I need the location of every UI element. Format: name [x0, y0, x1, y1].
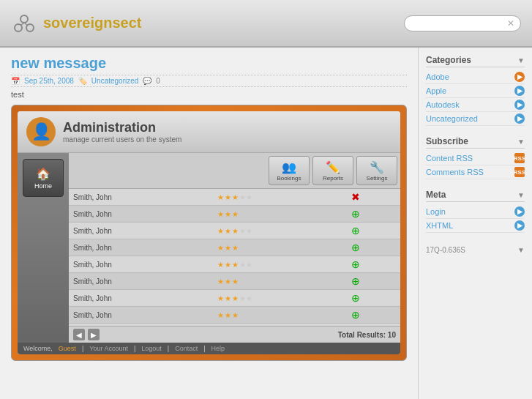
- svg-line-4: [24, 23, 28, 26]
- cell-status: ⊕: [347, 223, 400, 239]
- cell-stars: ★★★★★: [213, 239, 347, 256]
- version-arrow-icon: ▼: [517, 246, 525, 254]
- category-adobe[interactable]: Adobe ▶: [426, 70, 525, 84]
- meta-xhtml-item[interactable]: XHTML ▶: [426, 219, 525, 233]
- close-icon[interactable]: ✕: [507, 18, 514, 29]
- content-rss-link[interactable]: Content RSS: [426, 154, 473, 163]
- category-autodesk[interactable]: Autodesk ▶: [426, 98, 525, 112]
- nav-home-label: Home: [34, 182, 52, 190]
- avatar: 👤: [26, 117, 56, 146]
- cell-name: Smith, John: [69, 307, 213, 324]
- categories-arrow-icon: ▼: [517, 56, 525, 64]
- post-tag-icon: 🏷️: [78, 77, 87, 85]
- svg-line-3: [20, 23, 24, 26]
- category-autodesk-link[interactable]: Autodesk: [426, 100, 460, 109]
- cell-status: ✖: [347, 189, 400, 206]
- logo: sovereignsect: [11, 13, 142, 34]
- right-sidebar: Categories ▼ Adobe ▶ Apple ▶ Autodesk ▶ …: [419, 48, 532, 399]
- version-text: 17Q-0.636S: [426, 246, 465, 254]
- cell-stars: ★★★★★: [213, 273, 347, 290]
- next-page-button[interactable]: ▶: [88, 329, 100, 340]
- admin-table: Smith, John ★★★★★ ✖ Smith, John ★★★★★ ⊕ …: [69, 189, 400, 326]
- category-uncategorized-icon: ▶: [514, 113, 525, 124]
- table-row[interactable]: Smith, John ★★★★★ ⊕: [69, 239, 400, 256]
- logo-text-sovereign: sovereign: [43, 15, 112, 31]
- table-row[interactable]: Smith, John ★★★★★ ⊕: [69, 290, 400, 307]
- categories-section: Categories ▼ Adobe ▶ Apple ▶ Autodesk ▶ …: [426, 55, 525, 126]
- admin-main: 👥 Bookings ✏️ Reports 🔧 Settings: [69, 153, 400, 343]
- subscribe-label: Subscribe: [426, 136, 468, 146]
- nav-home[interactable]: 🏠 Home: [23, 159, 64, 197]
- subscribe-arrow-icon: ▼: [517, 138, 525, 146]
- meta-login-item[interactable]: Login ▶: [426, 205, 525, 219]
- cell-status: ⊕: [347, 256, 400, 273]
- home-icon: 🏠: [36, 167, 50, 181]
- comments-rss-item[interactable]: Comments RSS RSS: [426, 165, 525, 179]
- cell-name: Smith, John: [69, 239, 213, 256]
- your-account-link[interactable]: Your Account: [89, 345, 128, 352]
- search-input[interactable]: [412, 19, 507, 28]
- subscribe-section: Subscribe ▼ Content RSS RSS Comments RSS…: [426, 136, 525, 179]
- settings-icon: 🔧: [370, 160, 384, 174]
- total-results: Total Results: 10: [338, 331, 396, 339]
- category-uncategorized[interactable]: Uncategorized ▶: [426, 112, 525, 126]
- main-layout: new message 📅 Sep 25th, 2008 🏷️ Uncatego…: [0, 48, 532, 399]
- table-row[interactable]: Smith, John ★★★★★ ⊕: [69, 307, 400, 324]
- status-icon: ⊕: [351, 242, 360, 253]
- meta-header: Meta ▼: [426, 190, 525, 202]
- cell-status: ⊕: [347, 307, 400, 324]
- status-icon: ⊕: [351, 292, 360, 304]
- reports-button[interactable]: ✏️ Reports: [312, 156, 353, 185]
- status-icon: ⊕: [351, 208, 360, 220]
- status-icon: ⊕: [351, 275, 360, 287]
- status-icon: ⊕: [351, 309, 360, 321]
- footer-sep2: |: [134, 345, 135, 352]
- search-box[interactable]: ✕: [404, 15, 521, 31]
- table-row[interactable]: Smith, John ★★★★★ ⊕: [69, 256, 400, 273]
- table-row[interactable]: Smith, John ★★★★★ ⊕: [69, 206, 400, 223]
- category-adobe-link[interactable]: Adobe: [426, 72, 449, 81]
- cell-stars: ★★★★★: [213, 206, 347, 223]
- admin-sidebar: 🏠 Home: [18, 153, 69, 343]
- table-row[interactable]: Smith, John ★★★★★ ✖: [69, 189, 400, 206]
- cell-status: ⊕: [347, 239, 400, 256]
- category-autodesk-icon: ▶: [514, 100, 525, 110]
- reports-label: Reports: [323, 175, 343, 182]
- settings-button[interactable]: 🔧 Settings: [356, 156, 397, 185]
- table-row[interactable]: Smith, John ★★★★★ ⊕: [69, 223, 400, 239]
- prev-page-button[interactable]: ◀: [73, 329, 85, 340]
- table-row[interactable]: Smith, John ★★★★★ ⊕: [69, 273, 400, 290]
- admin-inner: 👤 Administration manage current users on…: [18, 111, 400, 354]
- cell-status: ⊕: [347, 273, 400, 290]
- post-date[interactable]: Sep 25th, 2008: [24, 77, 74, 85]
- admin-pagination: ◀ ▶ Total Results: 10: [69, 326, 400, 343]
- bookings-button[interactable]: 👥 Bookings: [269, 156, 310, 185]
- contact-link[interactable]: Contact: [175, 345, 198, 352]
- meta-login-link[interactable]: Login: [426, 207, 446, 216]
- help-link[interactable]: Help: [211, 345, 225, 352]
- logout-link[interactable]: Logout: [141, 345, 162, 352]
- admin-body: 🏠 Home 👥 Bookings ✏️: [18, 153, 400, 343]
- cell-name: Smith, John: [69, 256, 213, 273]
- cell-stars: ★★★★★: [213, 256, 347, 273]
- content-rss-icon: RSS: [514, 153, 525, 163]
- post-comment-count: 0: [156, 77, 160, 85]
- content-area: new message 📅 Sep 25th, 2008 🏷️ Uncatego…: [0, 48, 419, 399]
- content-rss-item[interactable]: Content RSS RSS: [426, 152, 525, 165]
- post-meta: 📅 Sep 25th, 2008 🏷️ Uncategorized 💬 0: [11, 75, 407, 87]
- category-apple-icon: ▶: [514, 86, 525, 96]
- cell-name: Smith, John: [69, 223, 213, 239]
- logo-icon: [11, 13, 37, 34]
- categories-header: Categories ▼: [426, 55, 525, 67]
- category-apple-link[interactable]: Apple: [426, 86, 446, 95]
- category-uncategorized-link[interactable]: Uncategorized: [426, 114, 478, 123]
- comments-rss-link[interactable]: Comments RSS: [426, 168, 484, 176]
- post-category[interactable]: Uncategorized: [91, 77, 138, 85]
- svg-point-0: [20, 15, 28, 23]
- cell-name: Smith, John: [69, 206, 213, 223]
- meta-xhtml-link[interactable]: XHTML: [426, 221, 453, 230]
- category-apple[interactable]: Apple ▶: [426, 84, 525, 98]
- admin-title-block: Administration manage current users on t…: [63, 120, 181, 143]
- footer-sep3: |: [168, 345, 169, 352]
- cell-stars: ★★★★★: [213, 307, 347, 324]
